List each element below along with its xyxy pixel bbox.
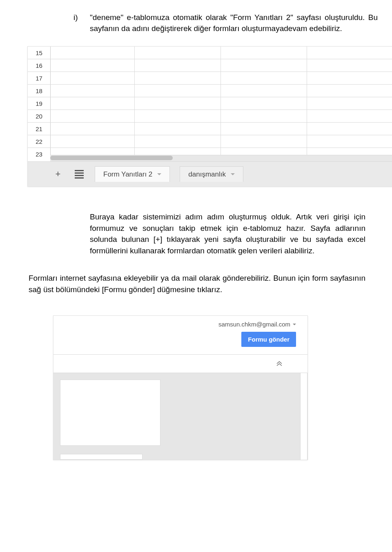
- sheet-tab-label: Form Yanıtları 2: [103, 170, 152, 179]
- cell[interactable]: [135, 97, 221, 110]
- horizontal-scrollbar[interactable]: [50, 155, 392, 161]
- account-email-text: samsun.chkm@gmail.com: [218, 321, 290, 328]
- row-header[interactable]: 17: [28, 72, 51, 84]
- form-screenshot: samsun.chkm@gmail.com Formu gönder: [53, 315, 308, 460]
- cell[interactable]: [307, 47, 392, 59]
- cell[interactable]: [221, 85, 307, 97]
- cell[interactable]: [135, 72, 221, 84]
- chevron-down-icon: [293, 324, 296, 325]
- chevron-down-icon: [157, 173, 161, 175]
- cell[interactable]: [51, 59, 135, 72]
- cell[interactable]: [307, 72, 392, 84]
- row-header[interactable]: 18: [28, 85, 51, 97]
- cell[interactable]: [307, 59, 392, 72]
- list-marker: i): [74, 12, 90, 34]
- cell[interactable]: [51, 72, 135, 84]
- sheet-tab-form-responses[interactable]: Form Yanıtları 2: [95, 166, 170, 182]
- cell[interactable]: [51, 47, 135, 59]
- row-header[interactable]: 20: [28, 110, 51, 122]
- cell[interactable]: [135, 47, 221, 59]
- cell[interactable]: [135, 59, 221, 72]
- sheet-tab-bar: + Form Yanıtları 2 danışmanlık: [28, 162, 392, 186]
- account-email[interactable]: samsun.chkm@gmail.com: [218, 321, 296, 328]
- cell[interactable]: [135, 85, 221, 97]
- chevron-down-icon: [231, 173, 235, 175]
- paragraph-1: "deneme" e-tablomuza otomatik olarak "Fo…: [90, 12, 378, 34]
- cell[interactable]: [221, 135, 307, 147]
- row-header[interactable]: 23: [28, 148, 51, 160]
- cell[interactable]: [307, 85, 392, 97]
- form-question-card[interactable]: [60, 380, 160, 446]
- cell[interactable]: [51, 110, 135, 122]
- row-header[interactable]: 16: [28, 59, 51, 72]
- cell[interactable]: [135, 110, 221, 122]
- sheets-screenshot: 15 16 17 18: [27, 46, 392, 187]
- paragraph-2: Buraya kadar sistemimizi adım adım oluşt…: [90, 211, 365, 256]
- cell[interactable]: [135, 135, 221, 147]
- row-header[interactable]: 19: [28, 97, 51, 110]
- collapse-icon[interactable]: [276, 360, 283, 367]
- cell[interactable]: [221, 47, 307, 59]
- cell[interactable]: [307, 97, 392, 110]
- row-header[interactable]: 21: [28, 123, 51, 135]
- form-body: [53, 373, 307, 460]
- cell[interactable]: [307, 123, 392, 135]
- cell[interactable]: [221, 110, 307, 122]
- send-form-button[interactable]: Formu gönder: [241, 332, 296, 347]
- sheet-grid: 15 16 17 18: [28, 47, 392, 162]
- sheet-tab-label: danışmanlık: [188, 170, 226, 179]
- list-item-i: i) "deneme" e-tablomuza otomatik olarak …: [74, 12, 378, 34]
- row-header[interactable]: 22: [28, 135, 51, 147]
- cell[interactable]: [221, 59, 307, 72]
- cell[interactable]: [307, 135, 392, 147]
- add-sheet-button[interactable]: +: [52, 168, 64, 180]
- cell[interactable]: [221, 97, 307, 110]
- cell[interactable]: [51, 135, 135, 147]
- cell[interactable]: [307, 110, 392, 122]
- form-subbar: [53, 355, 307, 373]
- cell[interactable]: [51, 123, 135, 135]
- row-header[interactable]: 15: [28, 47, 51, 59]
- cell[interactable]: [51, 97, 135, 110]
- cell[interactable]: [135, 123, 221, 135]
- paragraph-3: Formları internet sayfasına ekleyebilir …: [29, 273, 365, 295]
- sheet-tab-danismanlik[interactable]: danışmanlık: [180, 166, 243, 182]
- cell[interactable]: [51, 85, 135, 97]
- cell[interactable]: [221, 72, 307, 84]
- all-sheets-button[interactable]: [74, 168, 85, 180]
- cell[interactable]: [221, 123, 307, 135]
- form-header: samsun.chkm@gmail.com Formu gönder: [53, 316, 307, 355]
- form-strip: [60, 454, 143, 460]
